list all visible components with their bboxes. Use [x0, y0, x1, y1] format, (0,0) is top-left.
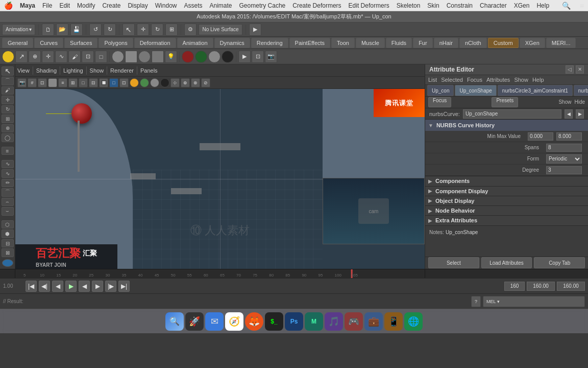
help-line-btn[interactable]: ? [471, 296, 481, 307]
dock-launchpad[interactable]: 🚀 [185, 312, 204, 331]
spans-input[interactable] [546, 144, 582, 152]
viewport-snap4[interactable]: ⊘ [201, 78, 210, 87]
nurbs-sphere[interactable] [112, 51, 124, 63]
tab-rendering[interactable]: Rendering [251, 38, 288, 48]
tab-ncloth[interactable]: nCloth [459, 38, 487, 48]
component-display-section[interactable]: ▶ Component Display [425, 187, 588, 196]
apple-menu[interactable]: 🍎 [4, 2, 13, 10]
menu-create[interactable]: Create [102, 2, 120, 9]
animation-mode-dropdown[interactable]: Animation ▾ [2, 24, 35, 35]
nurbs-cube[interactable] [125, 51, 137, 63]
viewport-icon15[interactable] [160, 78, 169, 87]
menu-create-deformers[interactable]: Create Deformers [292, 2, 341, 9]
transform-icon[interactable]: ⊕ [29, 51, 41, 63]
lasso-tool[interactable]: ⌒ [2, 77, 14, 85]
dock-icon10[interactable]: 💼 [364, 312, 383, 331]
degree-input[interactable] [546, 166, 582, 174]
prev-keyframe-btn[interactable]: ◀| [39, 281, 50, 292]
select-btn[interactable]: Select [428, 257, 479, 268]
viewport-icon10[interactable]: □ [109, 78, 118, 87]
smooth-shade[interactable] [48, 78, 57, 87]
dock-icon11[interactable]: 📱 [384, 312, 403, 331]
dock-terminal[interactable]: $_ [265, 312, 283, 331]
tab-deformation[interactable]: Deformation [134, 38, 176, 48]
dock-icon12[interactable]: 🌐 [404, 312, 423, 331]
tab-polygons[interactable]: Polygons [99, 38, 133, 48]
bezier2[interactable]: ⌣ [2, 207, 14, 216]
menu-window[interactable]: Window [155, 2, 177, 9]
paint-icon[interactable]: 🖌 [68, 51, 81, 63]
load-attributes-btn[interactable]: Load Attributes [481, 257, 532, 268]
pencil[interactable]: ✏ [2, 179, 14, 188]
menu-help[interactable]: Help [536, 2, 549, 9]
tab-show[interactable]: Show [514, 77, 528, 83]
no-live-surface-btn[interactable]: No Live Surface [199, 24, 242, 35]
save-btn[interactable]: 💾 [70, 24, 83, 36]
select-icon[interactable]: ↗ [15, 51, 28, 63]
attr-collapse-btn[interactable]: ◁ [566, 65, 574, 74]
wireframe-icon[interactable]: ⊡ [38, 78, 47, 87]
menu-xgen[interactable]: XGen [514, 2, 530, 9]
tab-toon[interactable]: Toon [331, 38, 355, 48]
end-frame-input[interactable]: 160 [504, 282, 525, 291]
tool6[interactable]: □ [95, 51, 107, 63]
menu-edit-deformers[interactable]: Edit Deformers [349, 2, 389, 9]
tab-meri[interactable]: MERI... [546, 38, 576, 48]
dock-ps[interactable]: Ps [285, 312, 303, 331]
camera-icon[interactable]: 📷 [17, 78, 27, 87]
tab-curves[interactable]: Curves [34, 38, 63, 48]
tab-surfaces[interactable]: Surfaces [64, 38, 97, 48]
show-manip[interactable]: ≡ [2, 147, 14, 155]
red-material[interactable] [182, 51, 194, 63]
next-frame-btn[interactable]: ▶ [92, 281, 103, 292]
viewport-icon8[interactable]: ⊟ [89, 78, 98, 87]
rotate-tool-btn[interactable]: ↻ [151, 24, 163, 36]
tab-muscle[interactable]: Muscle [356, 38, 385, 48]
tab-fur[interactable]: Fur [413, 38, 433, 48]
menu-assets[interactable]: Assets [184, 2, 202, 9]
soft-mod[interactable]: ◯ [2, 133, 14, 142]
redo-btn[interactable]: ↻ [104, 24, 116, 36]
undo-btn[interactable]: ↺ [89, 24, 102, 36]
min-value-input[interactable] [528, 132, 553, 141]
bevel[interactable]: ⊠ [2, 248, 14, 257]
menu-geometry-cache[interactable]: Geometry Cache [239, 2, 286, 9]
node-behavior-section[interactable]: ▶ Node Behavior [425, 206, 588, 216]
grid-icon[interactable]: # [28, 78, 37, 87]
vp-menu-shading[interactable]: Shading [36, 67, 57, 74]
node-tab-upcon[interactable]: Up_con [427, 85, 454, 96]
nurbs-section-header[interactable]: ▼ NURBS Curve History [425, 120, 588, 131]
viewport-icon6[interactable]: ⊞ [68, 78, 78, 87]
vp-menu-show[interactable]: Show [90, 67, 104, 74]
tab-selected[interactable]: Selected [441, 77, 463, 83]
components-section[interactable]: ▶ Components [425, 176, 588, 186]
poly-tool[interactable]: ⬡ [2, 220, 14, 229]
poly-cube[interactable] [152, 51, 164, 63]
open-btn[interactable]: 📂 [56, 24, 68, 36]
dock-mail[interactable]: ✉ [205, 312, 224, 331]
presets-btn[interactable]: Presets [492, 97, 518, 107]
poly2[interactable]: ⬢ [2, 229, 14, 238]
select-tool-btn[interactable]: ↖ [122, 24, 135, 36]
node-tab-aimconstraint[interactable]: nurbsCircle3_aimConstraint1 [498, 85, 573, 96]
ep-curve[interactable]: ∿ [2, 169, 14, 178]
blue-ball-icon[interactable] [2, 259, 13, 267]
dock-maya[interactable]: M [305, 312, 323, 331]
vp-menu-view[interactable]: View [17, 67, 30, 74]
tab-help[interactable]: Help [532, 77, 544, 83]
viewport-canvas[interactable]: ⑩ 人人素材 百艺汇聚 汇聚 BYART JOIN cam 腾 [15, 89, 425, 269]
nurbs-curve-input[interactable] [463, 109, 561, 119]
menu-display[interactable]: Display [128, 2, 148, 9]
max-value-input[interactable] [556, 132, 582, 141]
notification-icon[interactable]: ≡ [580, 2, 584, 10]
next-keyframe-btn[interactable]: |▶ [105, 281, 116, 292]
go-to-end-btn[interactable]: ▶| [118, 281, 130, 292]
move-icon[interactable]: ✛ [42, 51, 54, 63]
tab-animation[interactable]: Animation [177, 38, 213, 48]
object-display-section[interactable]: ▶ Object Display [425, 196, 588, 206]
render-btn[interactable]: ▶ [249, 24, 261, 36]
move-tool-side[interactable]: ✛ [2, 96, 14, 104]
nurbs-prev-btn[interactable]: ◀ [565, 109, 573, 119]
nurbs-next-btn[interactable]: ▶ [576, 109, 584, 119]
menu-animate[interactable]: Animate [210, 2, 232, 9]
